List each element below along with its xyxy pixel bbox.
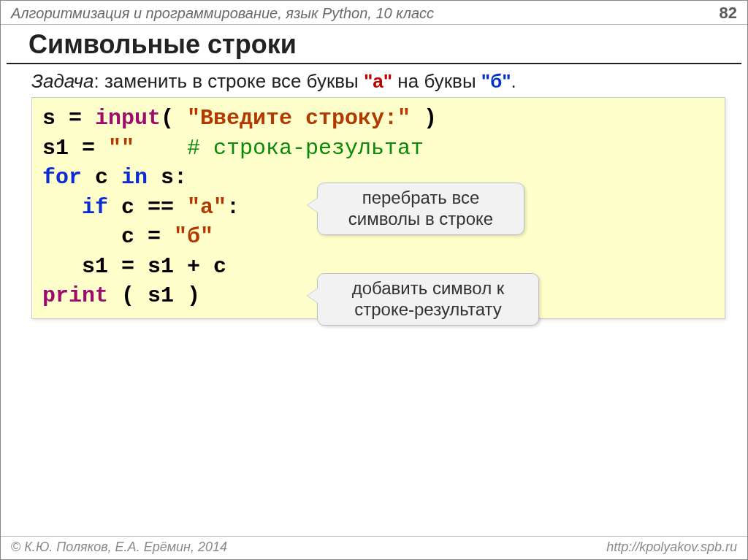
code-keyword: if (82, 195, 108, 220)
code-block: s = input( "Введите строку:" ) s1 = "" #… (31, 97, 725, 319)
footer-copyright: К.Ю. Поляков, Е.А. Ерёмин, 2014 (11, 540, 227, 555)
code-text: ( (161, 106, 187, 131)
callout-iterate: перебрать все символы в строке (317, 183, 524, 235)
code-text: s1 = (42, 136, 108, 161)
code-text: c == (108, 195, 187, 220)
code-line-1: s = input( "Введите строку:" ) (42, 104, 714, 134)
task-text-1: : заменить в строке все буквы (94, 70, 364, 92)
code-text: ( s1 ) (108, 283, 200, 308)
task-text-2: на буквы (392, 70, 481, 92)
page-title: Символьные строки (7, 25, 741, 64)
task-statement: Задача: заменить в строке все буквы "а" … (1, 69, 747, 97)
code-indent (42, 224, 121, 249)
code-builtin: print (42, 283, 108, 308)
code-string: "а" (187, 195, 226, 220)
code-string: "" (108, 136, 134, 161)
task-letter-a: "а" (364, 70, 392, 92)
code-text: c (82, 165, 121, 190)
page-number: 82 (720, 4, 737, 23)
code-text: : (226, 195, 240, 220)
code-text: ) (411, 106, 437, 131)
footer-bar: К.Ю. Поляков, Е.А. Ерёмин, 2014 http://k… (1, 536, 747, 559)
code-keyword: for (42, 165, 82, 190)
code-text (134, 136, 187, 161)
code-builtin: input (95, 106, 161, 131)
code-text: s = (42, 106, 95, 131)
course-title: Алгоритмизация и программирование, язык … (11, 5, 434, 22)
code-text: c = (121, 224, 174, 249)
task-letter-b: "б" (481, 70, 511, 92)
code-text: s1 = s1 + c (82, 254, 226, 279)
code-string: "б" (174, 224, 213, 249)
callout-append: добавить символ к строке-результату (317, 273, 539, 326)
slide: Алгоритмизация и программирование, язык … (0, 0, 748, 560)
code-text: s: (148, 165, 187, 190)
code-indent (42, 254, 82, 279)
task-label: Задача (31, 70, 94, 92)
code-comment: # строка-результат (187, 136, 424, 161)
code-string: "Введите строку:" (187, 106, 411, 131)
code-keyword: in (121, 165, 148, 190)
code-line-2: s1 = "" # строка-результат (42, 134, 714, 164)
task-text-3: . (511, 70, 516, 92)
header-bar: Алгоритмизация и программирование, язык … (1, 1, 747, 25)
footer-url: http://kpolyakov.spb.ru (606, 540, 737, 555)
code-indent (42, 195, 82, 220)
